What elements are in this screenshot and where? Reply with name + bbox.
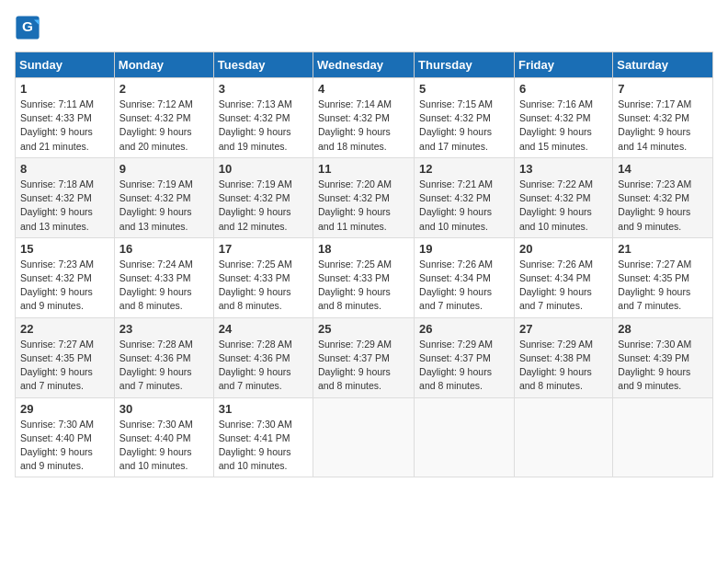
table-row: 30 Sunrise: 7:30 AM Sunset: 4:40 PM Dayl… bbox=[114, 397, 213, 477]
table-row: 3 Sunrise: 7:13 AM Sunset: 4:32 PM Dayli… bbox=[213, 78, 313, 158]
day-number: 13 bbox=[519, 162, 608, 176]
table-row: 28 Sunrise: 7:30 AM Sunset: 4:39 PM Dayl… bbox=[613, 317, 713, 397]
day-info: Sunrise: 7:29 AM Sunset: 4:37 PM Dayligh… bbox=[318, 338, 409, 394]
table-row: 8 Sunrise: 7:18 AM Sunset: 4:32 PM Dayli… bbox=[16, 157, 115, 237]
day-info: Sunrise: 7:13 AM Sunset: 4:32 PM Dayligh… bbox=[219, 98, 308, 154]
calendar-header-row: Sunday Monday Tuesday Wednesday Thursday… bbox=[16, 52, 713, 78]
day-number: 11 bbox=[318, 162, 409, 176]
day-info: Sunrise: 7:18 AM Sunset: 4:32 PM Dayligh… bbox=[20, 178, 109, 234]
day-number: 5 bbox=[419, 82, 509, 96]
table-row bbox=[313, 397, 415, 477]
table-row: 5 Sunrise: 7:15 AM Sunset: 4:32 PM Dayli… bbox=[415, 78, 515, 158]
table-row bbox=[514, 397, 612, 477]
logo: G bbox=[15, 15, 42, 40]
day-number: 14 bbox=[618, 162, 708, 176]
day-info: Sunrise: 7:30 AM Sunset: 4:40 PM Dayligh… bbox=[20, 418, 109, 474]
day-info: Sunrise: 7:25 AM Sunset: 4:33 PM Dayligh… bbox=[318, 258, 409, 314]
logo-icon: G bbox=[15, 15, 40, 40]
day-info: Sunrise: 7:28 AM Sunset: 4:36 PM Dayligh… bbox=[119, 338, 209, 394]
svg-text:G: G bbox=[22, 18, 33, 34]
calendar-week-row: 29 Sunrise: 7:30 AM Sunset: 4:40 PM Dayl… bbox=[16, 397, 713, 477]
day-info: Sunrise: 7:17 AM Sunset: 4:32 PM Dayligh… bbox=[618, 98, 708, 154]
day-number: 27 bbox=[519, 322, 608, 336]
table-row: 25 Sunrise: 7:29 AM Sunset: 4:37 PM Dayl… bbox=[313, 317, 415, 397]
table-row: 14 Sunrise: 7:23 AM Sunset: 4:32 PM Dayl… bbox=[613, 157, 713, 237]
calendar-week-row: 22 Sunrise: 7:27 AM Sunset: 4:35 PM Dayl… bbox=[16, 317, 713, 397]
table-row: 13 Sunrise: 7:22 AM Sunset: 4:32 PM Dayl… bbox=[514, 157, 612, 237]
day-number: 18 bbox=[318, 242, 409, 256]
table-row: 12 Sunrise: 7:21 AM Sunset: 4:32 PM Dayl… bbox=[415, 157, 515, 237]
day-info: Sunrise: 7:19 AM Sunset: 4:32 PM Dayligh… bbox=[219, 178, 308, 234]
table-row bbox=[415, 397, 515, 477]
table-row: 4 Sunrise: 7:14 AM Sunset: 4:32 PM Dayli… bbox=[313, 78, 415, 158]
day-number: 6 bbox=[519, 82, 608, 96]
day-number: 30 bbox=[119, 402, 209, 416]
day-info: Sunrise: 7:24 AM Sunset: 4:33 PM Dayligh… bbox=[119, 258, 209, 314]
day-info: Sunrise: 7:27 AM Sunset: 4:35 PM Dayligh… bbox=[20, 338, 109, 394]
day-info: Sunrise: 7:30 AM Sunset: 4:39 PM Dayligh… bbox=[618, 338, 708, 394]
day-info: Sunrise: 7:29 AM Sunset: 4:38 PM Dayligh… bbox=[519, 338, 608, 394]
day-number: 25 bbox=[318, 322, 409, 336]
table-row: 27 Sunrise: 7:29 AM Sunset: 4:38 PM Dayl… bbox=[514, 317, 612, 397]
day-info: Sunrise: 7:12 AM Sunset: 4:32 PM Dayligh… bbox=[119, 98, 209, 154]
col-friday: Friday bbox=[514, 52, 612, 78]
day-number: 4 bbox=[318, 82, 409, 96]
table-row: 7 Sunrise: 7:17 AM Sunset: 4:32 PM Dayli… bbox=[613, 78, 713, 158]
day-info: Sunrise: 7:26 AM Sunset: 4:34 PM Dayligh… bbox=[419, 258, 509, 314]
day-info: Sunrise: 7:29 AM Sunset: 4:37 PM Dayligh… bbox=[419, 338, 509, 394]
calendar-week-row: 8 Sunrise: 7:18 AM Sunset: 4:32 PM Dayli… bbox=[16, 157, 713, 237]
day-number: 12 bbox=[419, 162, 509, 176]
day-info: Sunrise: 7:30 AM Sunset: 4:40 PM Dayligh… bbox=[119, 418, 209, 474]
table-row: 22 Sunrise: 7:27 AM Sunset: 4:35 PM Dayl… bbox=[16, 317, 115, 397]
col-thursday: Thursday bbox=[415, 52, 515, 78]
day-number: 23 bbox=[119, 322, 209, 336]
table-row: 15 Sunrise: 7:23 AM Sunset: 4:32 PM Dayl… bbox=[16, 237, 115, 317]
table-row: 17 Sunrise: 7:25 AM Sunset: 4:33 PM Dayl… bbox=[213, 237, 313, 317]
day-info: Sunrise: 7:26 AM Sunset: 4:34 PM Dayligh… bbox=[519, 258, 608, 314]
col-wednesday: Wednesday bbox=[313, 52, 415, 78]
day-number: 20 bbox=[519, 242, 608, 256]
day-info: Sunrise: 7:25 AM Sunset: 4:33 PM Dayligh… bbox=[219, 258, 308, 314]
day-number: 15 bbox=[20, 242, 109, 256]
table-row: 1 Sunrise: 7:11 AM Sunset: 4:33 PM Dayli… bbox=[16, 78, 115, 158]
day-number: 21 bbox=[618, 242, 708, 256]
table-row: 9 Sunrise: 7:19 AM Sunset: 4:32 PM Dayli… bbox=[114, 157, 213, 237]
day-info: Sunrise: 7:30 AM Sunset: 4:41 PM Dayligh… bbox=[219, 418, 308, 474]
day-number: 7 bbox=[618, 82, 708, 96]
day-info: Sunrise: 7:11 AM Sunset: 4:33 PM Dayligh… bbox=[20, 98, 109, 154]
table-row: 2 Sunrise: 7:12 AM Sunset: 4:32 PM Dayli… bbox=[114, 78, 213, 158]
table-row: 24 Sunrise: 7:28 AM Sunset: 4:36 PM Dayl… bbox=[213, 317, 313, 397]
day-number: 3 bbox=[219, 82, 308, 96]
day-number: 28 bbox=[618, 322, 708, 336]
day-info: Sunrise: 7:23 AM Sunset: 4:32 PM Dayligh… bbox=[20, 258, 109, 314]
day-number: 17 bbox=[219, 242, 308, 256]
day-info: Sunrise: 7:14 AM Sunset: 4:32 PM Dayligh… bbox=[318, 98, 409, 154]
col-saturday: Saturday bbox=[613, 52, 713, 78]
table-row: 18 Sunrise: 7:25 AM Sunset: 4:33 PM Dayl… bbox=[313, 237, 415, 317]
day-number: 8 bbox=[20, 162, 109, 176]
day-number: 2 bbox=[119, 82, 209, 96]
day-info: Sunrise: 7:28 AM Sunset: 4:36 PM Dayligh… bbox=[219, 338, 308, 394]
col-monday: Monday bbox=[114, 52, 213, 78]
col-tuesday: Tuesday bbox=[213, 52, 313, 78]
page-header: G bbox=[15, 15, 713, 40]
table-row: 31 Sunrise: 7:30 AM Sunset: 4:41 PM Dayl… bbox=[213, 397, 313, 477]
table-row: 10 Sunrise: 7:19 AM Sunset: 4:32 PM Dayl… bbox=[213, 157, 313, 237]
calendar-week-row: 1 Sunrise: 7:11 AM Sunset: 4:33 PM Dayli… bbox=[16, 78, 713, 158]
table-row: 6 Sunrise: 7:16 AM Sunset: 4:32 PM Dayli… bbox=[514, 78, 612, 158]
day-info: Sunrise: 7:19 AM Sunset: 4:32 PM Dayligh… bbox=[119, 178, 209, 234]
table-row: 21 Sunrise: 7:27 AM Sunset: 4:35 PM Dayl… bbox=[613, 237, 713, 317]
day-number: 31 bbox=[219, 402, 308, 416]
table-row: 20 Sunrise: 7:26 AM Sunset: 4:34 PM Dayl… bbox=[514, 237, 612, 317]
table-row: 23 Sunrise: 7:28 AM Sunset: 4:36 PM Dayl… bbox=[114, 317, 213, 397]
day-number: 9 bbox=[119, 162, 209, 176]
day-number: 26 bbox=[419, 322, 509, 336]
col-sunday: Sunday bbox=[16, 52, 115, 78]
day-number: 29 bbox=[20, 402, 109, 416]
day-number: 1 bbox=[20, 82, 109, 96]
calendar-table: Sunday Monday Tuesday Wednesday Thursday… bbox=[15, 52, 713, 477]
day-number: 19 bbox=[419, 242, 509, 256]
table-row: 11 Sunrise: 7:20 AM Sunset: 4:32 PM Dayl… bbox=[313, 157, 415, 237]
day-number: 16 bbox=[119, 242, 209, 256]
day-info: Sunrise: 7:22 AM Sunset: 4:32 PM Dayligh… bbox=[519, 178, 608, 234]
